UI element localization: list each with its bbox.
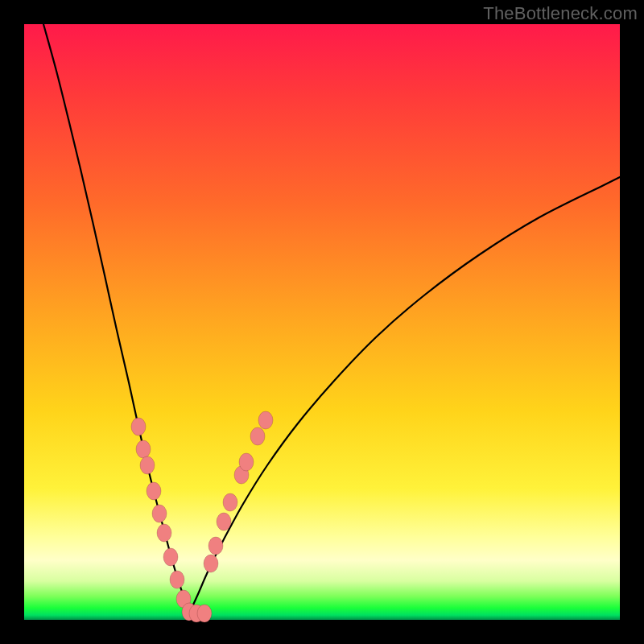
curve-right-branch [189,177,620,613]
marker-point [223,493,237,511]
marker-point [170,571,184,588]
marker-point [197,605,212,622]
curve-layer [24,24,620,620]
marker-point [136,440,151,458]
marker-point [157,524,171,542]
watermark-text: TheBottleneck.com [483,3,638,24]
marker-point [204,555,218,572]
marker-point [147,482,161,500]
marker-point [208,537,223,555]
marker-point [258,411,273,429]
marker-point [239,453,254,471]
marker-point [140,456,155,474]
plot-area [24,24,620,620]
marker-point [163,548,178,566]
marker-point [250,427,265,445]
marker-point [152,505,167,522]
marker-point [217,513,231,530]
chart-frame: TheBottleneck.com [0,0,644,644]
marker-point [131,418,146,436]
